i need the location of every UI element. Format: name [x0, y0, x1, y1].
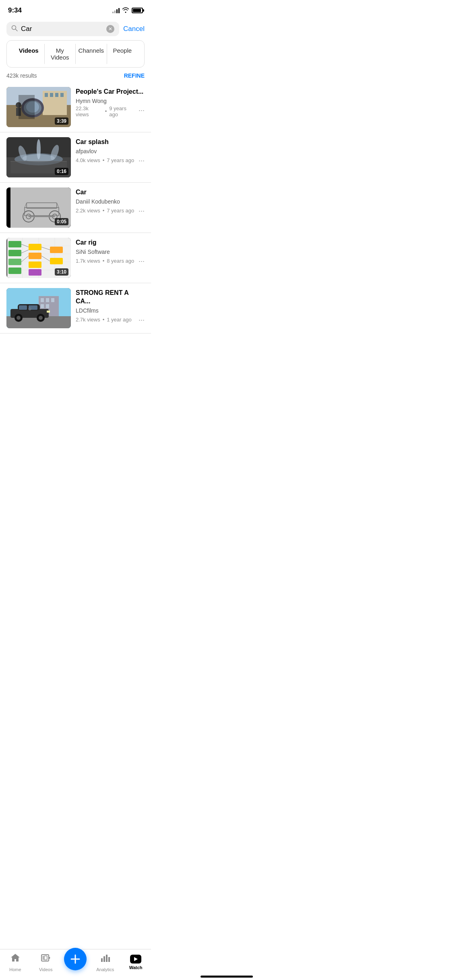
search-bar[interactable]: Car ✕: [6, 22, 119, 36]
svg-point-12: [26, 101, 39, 113]
thumbnail: [6, 288, 71, 328]
svg-point-21: [37, 139, 41, 159]
svg-rect-49: [29, 253, 41, 259]
more-button[interactable]: ···: [139, 105, 145, 115]
thumbnail: 3:39: [6, 87, 71, 127]
video-duration: 0:05: [55, 218, 68, 225]
video-title: Car splash: [76, 138, 145, 146]
tab-videos[interactable]: Videos: [13, 44, 45, 64]
svg-point-74: [17, 316, 21, 320]
svg-point-13: [16, 102, 21, 108]
svg-rect-63: [41, 298, 44, 302]
svg-rect-71: [19, 305, 27, 310]
search-container: Car ✕ Cancel: [0, 18, 151, 40]
tab-people[interactable]: People: [107, 44, 138, 64]
video-duration: 3:39: [55, 117, 68, 125]
video-title: Car rig: [76, 239, 145, 247]
svg-rect-66: [41, 304, 44, 308]
thumbnail: 0:05: [6, 187, 71, 228]
video-meta: 1.7k views • 8 years ago ···: [76, 256, 145, 266]
video-author: SiNi Software: [76, 249, 145, 255]
video-duration: 3:10: [55, 268, 68, 276]
video-meta: 2.7k views • 1 year ago ···: [76, 315, 145, 324]
svg-rect-9: [60, 93, 64, 97]
video-info: People's Car Project... Hymn Wong 22.3k …: [76, 87, 145, 117]
refine-button[interactable]: REFINE: [124, 72, 145, 79]
svg-rect-72: [29, 305, 37, 310]
search-clear-button[interactable]: ✕: [106, 25, 114, 33]
svg-rect-65: [51, 298, 54, 302]
more-button[interactable]: ···: [139, 315, 145, 324]
list-item[interactable]: 0:05 Car Daniil Kodubenko 2.2k views • 7…: [0, 183, 151, 233]
cancel-button[interactable]: Cancel: [123, 25, 145, 33]
svg-rect-60: [6, 238, 7, 278]
thumbnail: 3:10: [6, 238, 71, 278]
status-time: 9:34: [8, 6, 22, 14]
list-item[interactable]: 3:10 Car rig SiNi Software 1.7k views • …: [0, 233, 151, 283]
svg-rect-48: [29, 244, 41, 250]
svg-point-76: [39, 316, 43, 320]
status-bar: 9:34: [0, 0, 151, 18]
svg-rect-25: [6, 187, 10, 228]
svg-rect-52: [50, 258, 63, 264]
svg-rect-64: [46, 298, 49, 302]
tab-my-videos[interactable]: My Videos: [45, 44, 76, 64]
video-list: 3:39 People's Car Project... Hymn Wong 2…: [0, 82, 151, 334]
svg-rect-44: [8, 241, 21, 247]
video-author: Daniil Kodubenko: [76, 198, 145, 205]
battery-icon: [132, 8, 143, 13]
video-duration: 0:16: [55, 168, 68, 175]
more-button[interactable]: ···: [139, 256, 145, 266]
svg-rect-47: [8, 268, 21, 274]
search-query[interactable]: Car: [21, 25, 103, 33]
search-icon: [11, 25, 18, 33]
svg-rect-51: [50, 247, 63, 253]
svg-rect-7: [50, 93, 53, 97]
list-item[interactable]: 3:39 People's Car Project... Hymn Wong 2…: [0, 82, 151, 132]
signal-icon: [112, 8, 120, 13]
video-info: Car rig SiNi Software 1.7k views • 8 yea…: [76, 238, 145, 266]
filter-tabs: Videos My Videos Channels People: [6, 40, 145, 68]
svg-rect-46: [8, 259, 21, 265]
video-info: Car Daniil Kodubenko 2.2k views • 7 year…: [76, 187, 145, 215]
svg-line-1: [16, 29, 18, 31]
list-item[interactable]: 0:16 Car splash afpavlov 4.0k views • 7 …: [0, 132, 151, 183]
svg-rect-77: [47, 311, 50, 313]
svg-rect-14: [16, 108, 21, 116]
video-author: LDCfilms: [76, 307, 145, 314]
results-header: 423k results REFINE: [0, 68, 151, 82]
status-icons: [112, 7, 143, 14]
list-item[interactable]: STRONG RENT A CA... LDCfilms 2.7k views …: [0, 283, 151, 334]
svg-rect-50: [29, 261, 41, 268]
video-title: Car: [76, 188, 145, 197]
thumbnail: 0:16: [6, 137, 71, 177]
svg-rect-8: [55, 93, 58, 97]
svg-rect-45: [8, 250, 21, 256]
video-meta: 2.2k views • 7 years ago ···: [76, 206, 145, 215]
svg-rect-67: [46, 304, 49, 308]
video-title: People's Car Project...: [76, 88, 145, 96]
video-meta: 4.0k views • 7 years ago ···: [76, 156, 145, 165]
video-author: Hymn Wong: [76, 98, 145, 104]
svg-rect-53: [29, 269, 41, 276]
results-count: 423k results: [6, 72, 37, 79]
video-info: Car splash afpavlov 4.0k views • 7 years…: [76, 137, 145, 165]
video-info: STRONG RENT A CA... LDCfilms 2.7k views …: [76, 288, 145, 324]
video-author: afpavlov: [76, 148, 145, 154]
more-button[interactable]: ···: [139, 206, 145, 215]
wifi-icon: [122, 7, 129, 14]
video-title: STRONG RENT A CA...: [76, 289, 145, 306]
more-button[interactable]: ···: [139, 156, 145, 165]
video-meta: 22.3k views • 9 years ago ···: [76, 105, 145, 117]
svg-rect-6: [45, 93, 48, 97]
tab-channels[interactable]: Channels: [76, 44, 107, 64]
